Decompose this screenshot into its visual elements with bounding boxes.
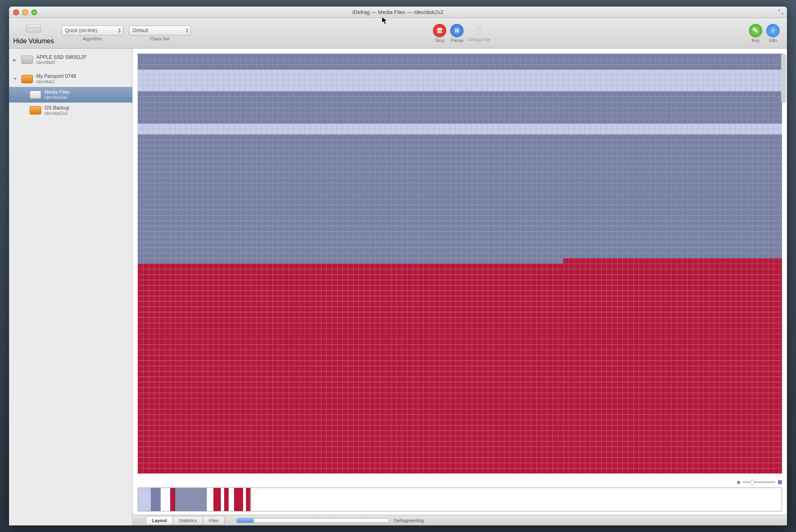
chevron-updown-icon: ▴▾: [186, 28, 188, 33]
content-area: ⋮⋮ Layout Statistics Files Defragmenting: [133, 49, 787, 525]
overview-container: [133, 486, 787, 515]
defrag-file-button[interactable]: Defrag File: [468, 24, 490, 42]
zoom-in-icon[interactable]: [778, 480, 782, 484]
hand-icon: [473, 24, 485, 36]
progress-bar: [236, 518, 389, 523]
svg-rect-4: [455, 28, 457, 33]
pause-label: Pause: [451, 38, 464, 43]
svg-rect-1: [26, 25, 40, 27]
info-button[interactable]: i Info: [766, 24, 780, 43]
disk-path: /dev/disk2: [36, 79, 76, 84]
grip-icon[interactable]: ⋮⋮: [136, 518, 140, 523]
tab-layout[interactable]: Layout: [146, 516, 173, 525]
stop-button[interactable]: STOP Stop: [433, 24, 446, 43]
zoom-out-icon[interactable]: [737, 481, 740, 484]
disk-name: My Passport 0748: [36, 73, 76, 79]
volume-name: OS Backup: [44, 105, 70, 111]
disk-name: APPLE SSD SM0512F: [36, 54, 87, 60]
drive-volume-icon: [30, 106, 41, 114]
algorithm-select[interactable]: Quick (on-line) ▴▾: [61, 26, 123, 35]
pause-button[interactable]: Pause: [450, 24, 464, 43]
sidebar-volume-media-files[interactable]: Media Files /dev/disk2s2: [9, 87, 132, 103]
pause-icon: [450, 24, 464, 37]
svg-text:i: i: [772, 27, 774, 34]
disclosure-triangle-icon[interactable]: ▶: [13, 58, 18, 62]
classset-label: Class Set: [150, 36, 169, 41]
tab-statistics[interactable]: Statistics: [173, 516, 203, 525]
drive-volume-icon: [30, 91, 41, 99]
overview-strip[interactable]: [138, 488, 782, 511]
window-title: iDefrag — Media Files — /dev/disk2s2: [9, 9, 787, 15]
disk-path: /dev/disk0: [36, 60, 87, 65]
sidebar-disk-apple-ssd[interactable]: ▶ APPLE SSD SM0512F /dev/disk0: [9, 52, 132, 68]
titlebar: iDefrag — Media Files — /dev/disk2s2: [9, 7, 787, 18]
svg-text:STOP: STOP: [436, 30, 443, 32]
drive-external-icon: [21, 75, 33, 83]
chevron-updown-icon: ▴▾: [119, 28, 121, 33]
volume-path: /dev/disk2s3: [44, 111, 70, 116]
algorithm-value: Quick (on-line): [65, 28, 97, 33]
key-icon: [749, 24, 762, 37]
algorithm-label: Algorithm: [82, 36, 101, 41]
blockmap-container: [133, 49, 787, 478]
disclosure-triangle-icon[interactable]: ▼: [13, 77, 18, 81]
app-window: iDefrag — Media Files — /dev/disk2s2 Hid…: [9, 7, 787, 525]
status-text: Defragmenting: [394, 518, 424, 523]
progress-fill: [237, 518, 253, 523]
zoom-controls: [133, 478, 787, 486]
defrag-file-label: Defrag File: [468, 37, 490, 42]
sidebar-volume-os-backup[interactable]: OS Backup /dev/disk2s3: [9, 103, 132, 118]
classset-select[interactable]: Default ▴▾: [129, 26, 191, 35]
info-label: Info: [769, 38, 777, 43]
blockmap[interactable]: [138, 54, 782, 474]
bottom-tabbar: ⋮⋮ Layout Statistics Files Defragmenting: [133, 515, 787, 525]
stop-icon: STOP: [433, 24, 446, 37]
volume-path: /dev/disk2s2: [44, 95, 70, 100]
key-button[interactable]: Key: [749, 24, 762, 43]
tab-files[interactable]: Files: [203, 516, 225, 525]
key-label: Key: [752, 38, 760, 43]
zoom-knob[interactable]: [750, 480, 755, 485]
svg-rect-5: [457, 28, 459, 33]
zoom-slider[interactable]: [742, 481, 775, 483]
toolbar: Hide Volumes Quick (on-line) ▴▾ Algorith…: [9, 18, 787, 49]
drive-icon: [25, 21, 42, 36]
classset-value: Default: [133, 28, 148, 33]
sidebar: ▶ APPLE SSD SM0512F /dev/disk0 ▼ My Pass…: [9, 49, 133, 525]
volume-name: Media Files: [44, 89, 70, 95]
main-split: ▶ APPLE SSD SM0512F /dev/disk0 ▼ My Pass…: [9, 49, 787, 525]
fullscreen-button[interactable]: [778, 9, 784, 15]
sidebar-disk-passport[interactable]: ▼ My Passport 0748 /dev/disk2: [9, 71, 132, 86]
hide-volumes-label: Hide Volumes: [13, 37, 54, 45]
scrollbar[interactable]: [781, 54, 786, 103]
info-icon: i: [766, 24, 780, 37]
stop-label: Stop: [435, 38, 445, 43]
hide-volumes-button[interactable]: Hide Volumes: [13, 21, 54, 45]
drive-internal-icon: [21, 56, 33, 64]
